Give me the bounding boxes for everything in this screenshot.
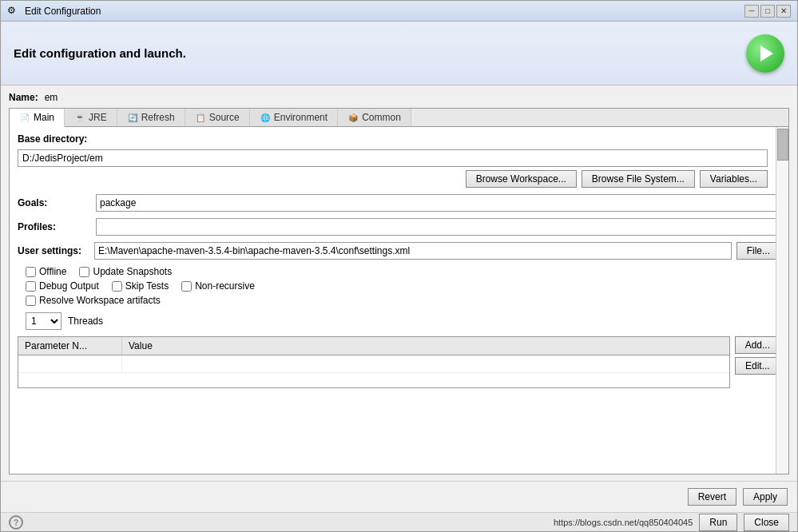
status-url: https://blogs.csdn.net/qq850404045 (554, 518, 693, 527)
source-tab-icon: 📋 (195, 112, 206, 123)
help-icon[interactable]: ? (9, 515, 23, 530)
minimize-button[interactable]: ─ (744, 5, 759, 18)
tab-environment[interactable]: 🌐 Environment (250, 109, 338, 126)
params-col1-header: Parameter N... (18, 337, 122, 355)
tab-refresh-label: Refresh (141, 112, 175, 123)
apply-button[interactable]: Apply (743, 488, 788, 506)
resolve-workspace-checkbox[interactable] (26, 296, 36, 306)
name-label: Name: (9, 92, 38, 103)
offline-checkbox-item[interactable]: Offline (26, 266, 66, 277)
maximize-button[interactable]: □ (760, 5, 775, 18)
profiles-input[interactable] (96, 218, 780, 236)
user-settings-row: User settings: File... (18, 242, 780, 260)
base-directory-section: Base directory: D:/JedisProject/em Brows… (18, 133, 780, 188)
edit-configuration-window: ⚙ Edit Configuration ─ □ ✕ Edit configur… (0, 0, 798, 532)
browse-filesystem-button[interactable]: Browse File System... (582, 170, 695, 188)
window-title: Edit Configuration (25, 6, 101, 17)
table-action-buttons: Add... Edit... (735, 336, 780, 388)
environment-tab-icon: 🌐 (260, 112, 271, 123)
file-button[interactable]: File... (736, 242, 780, 260)
offline-checkbox[interactable] (26, 267, 36, 277)
tab-bar: 📄 Main ☕ JRE 🔄 Refresh 📋 Source 🌐 (10, 109, 788, 127)
threads-label: Threads (68, 316, 103, 327)
tab-common[interactable]: 📦 Common (338, 109, 411, 126)
add-button[interactable]: Add... (735, 336, 780, 354)
tab-source[interactable]: 📋 Source (185, 109, 250, 126)
name-row: Name: em (9, 92, 789, 103)
window-icon: ⚙ (7, 5, 20, 18)
params-col2-header: Value (122, 337, 729, 355)
tab-common-label: Common (362, 112, 401, 123)
goals-input[interactable] (96, 194, 780, 212)
non-recursive-checkbox-item[interactable]: Non-recursive (181, 280, 255, 292)
title-bar: ⚙ Edit Configuration ─ □ ✕ (1, 1, 797, 22)
refresh-tab-icon: 🔄 (127, 112, 138, 123)
checkbox-row-3: Resolve Workspace artifacts (26, 295, 780, 306)
revert-button[interactable]: Revert (688, 488, 736, 506)
run-button[interactable]: Run (699, 514, 737, 531)
checkbox-row-2: Debug Output Skip Tests Non-recursive (26, 280, 780, 292)
variables-button[interactable]: Variables... (700, 170, 768, 188)
skip-tests-label: Skip Tests (125, 280, 169, 292)
goals-row: Goals: (18, 194, 780, 212)
update-snapshots-label: Update Snapshots (93, 266, 172, 277)
tab-refresh[interactable]: 🔄 Refresh (117, 109, 185, 126)
user-settings-input[interactable] (94, 242, 732, 260)
profiles-row: Profiles: (18, 218, 780, 236)
tab-source-label: Source (209, 112, 240, 123)
non-recursive-checkbox[interactable] (181, 281, 192, 292)
params-cell-2 (122, 355, 729, 372)
close-button-status[interactable]: Close (744, 514, 789, 531)
base-directory-value: D:/JedisProject/em (18, 149, 768, 167)
resolve-workspace-checkbox-item[interactable]: Resolve Workspace artifacts (26, 295, 161, 306)
update-snapshots-checkbox[interactable] (79, 267, 89, 277)
tab-jre[interactable]: ☕ JRE (65, 109, 117, 126)
checkboxes-section: Offline Update Snapshots Debug Output (18, 266, 780, 306)
edit-button[interactable]: Edit... (735, 357, 780, 375)
params-header: Parameter N... Value (18, 337, 729, 355)
threads-select[interactable]: 1 2 4 (26, 312, 62, 330)
params-empty-row (18, 355, 729, 373)
tab-main-label: Main (34, 112, 54, 123)
debug-output-checkbox-item[interactable]: Debug Output (26, 280, 99, 292)
debug-output-label: Debug Output (39, 280, 99, 292)
skip-tests-checkbox-item[interactable]: Skip Tests (112, 280, 169, 292)
bottom-bar: Revert Apply (1, 481, 797, 512)
close-button[interactable]: ✕ (776, 5, 791, 18)
browse-workspace-button[interactable]: Browse Workspace... (466, 170, 577, 188)
params-table-section: Parameter N... Value Add... Edit... (18, 336, 780, 388)
update-snapshots-checkbox-item[interactable]: Update Snapshots (79, 266, 172, 277)
title-controls: ─ □ ✕ (744, 5, 791, 18)
params-table: Parameter N... Value (18, 336, 730, 388)
title-bar-left: ⚙ Edit Configuration (7, 5, 101, 18)
main-content: Name: em 📄 Main ☕ JRE 🔄 Refresh (1, 85, 797, 481)
config-panel: 📄 Main ☕ JRE 🔄 Refresh 📋 Source 🌐 (9, 108, 789, 474)
status-bar-right: https://blogs.csdn.net/qq850404045 Run C… (554, 514, 789, 531)
checkbox-row-1: Offline Update Snapshots (26, 266, 780, 277)
params-cell-1 (18, 355, 122, 372)
help-icon-label: ? (14, 518, 19, 527)
status-bar-left: ? (9, 515, 23, 530)
profiles-label: Profiles: (18, 221, 89, 232)
jre-tab-icon: ☕ (74, 112, 85, 123)
browse-buttons: Browse Workspace... Browse File System..… (18, 170, 780, 188)
main-tab-icon: 📄 (19, 112, 30, 123)
tab-environment-label: Environment (274, 112, 328, 123)
user-settings-label: User settings: (18, 245, 89, 256)
skip-tests-checkbox[interactable] (112, 281, 122, 292)
scrollbar-thumb[interactable] (777, 129, 788, 161)
status-bar: ? https://blogs.csdn.net/qq850404045 Run… (1, 512, 797, 531)
resolve-workspace-label: Resolve Workspace artifacts (39, 295, 161, 306)
params-body (18, 355, 729, 387)
run-triangle (760, 46, 773, 62)
threads-row: 1 2 4 Threads (18, 312, 780, 330)
name-value: em (45, 92, 58, 103)
debug-output-checkbox[interactable] (26, 281, 36, 292)
offline-label: Offline (39, 266, 66, 277)
common-tab-icon: 📦 (347, 112, 359, 123)
scrollbar[interactable] (776, 127, 788, 474)
tab-jre-label: JRE (89, 112, 107, 123)
run-icon-button[interactable] (746, 34, 784, 73)
tab-main[interactable]: 📄 Main (10, 109, 65, 127)
base-directory-label: Base directory: (18, 133, 780, 145)
